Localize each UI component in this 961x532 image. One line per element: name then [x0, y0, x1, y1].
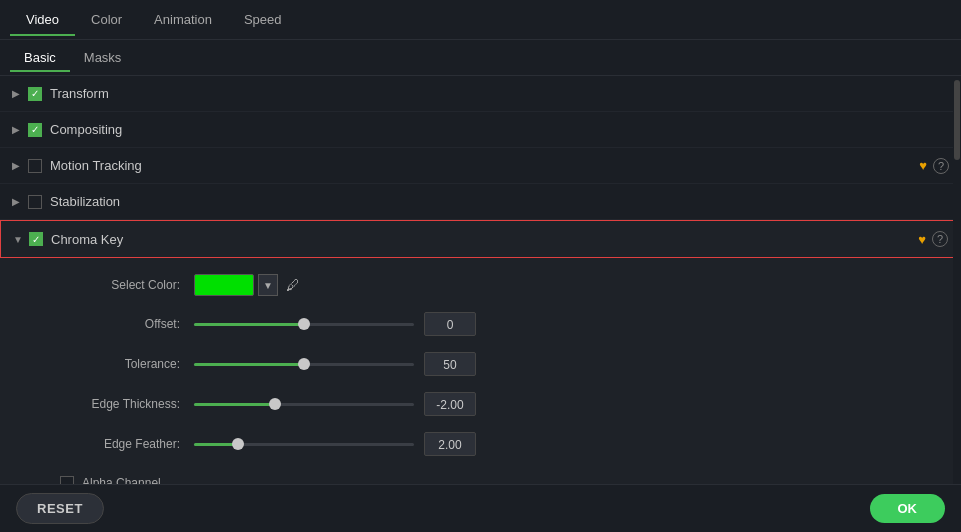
- reset-button[interactable]: RESET: [16, 493, 104, 524]
- edge-feather-value[interactable]: 2.00: [424, 432, 476, 456]
- tolerance-row: Tolerance: 50: [60, 352, 931, 376]
- stabilization-label: Stabilization: [50, 194, 949, 209]
- compositing-label: Compositing: [50, 122, 949, 137]
- bottom-bar: RESET OK: [0, 484, 961, 532]
- stabilization-arrow-icon: [12, 196, 28, 207]
- motion-tracking-arrow-icon: [12, 160, 28, 171]
- sub-tab-bar: Basic Masks: [0, 40, 961, 76]
- motion-tracking-heart-icon: ♥: [919, 158, 927, 173]
- compositing-arrow-icon: [12, 124, 28, 135]
- chroma-key-label: Chroma Key: [51, 232, 912, 247]
- edge-thickness-slider[interactable]: [194, 403, 414, 406]
- section-transform[interactable]: Transform: [0, 76, 961, 112]
- section-motion-tracking[interactable]: Motion Tracking ♥ ?: [0, 148, 961, 184]
- scrollbar[interactable]: [953, 76, 961, 484]
- select-color-row: Select Color: ▼ 🖊: [60, 274, 931, 296]
- tab-animation[interactable]: Animation: [138, 4, 228, 35]
- tolerance-slider[interactable]: [194, 363, 414, 366]
- chroma-key-arrow-icon: [13, 234, 29, 245]
- scrollbar-thumb[interactable]: [954, 80, 960, 160]
- offset-value[interactable]: 0: [424, 312, 476, 336]
- tolerance-label: Tolerance:: [60, 357, 180, 371]
- transform-label: Transform: [50, 86, 949, 101]
- tab-color[interactable]: Color: [75, 4, 138, 35]
- motion-tracking-label: Motion Tracking: [50, 158, 913, 173]
- edge-thickness-row: Edge Thickness: -2.00: [60, 392, 931, 416]
- offset-slider[interactable]: [194, 323, 414, 326]
- chroma-key-question-icon[interactable]: ?: [932, 231, 948, 247]
- alpha-channel-label: Alpha Channel: [82, 476, 161, 484]
- section-compositing[interactable]: Compositing: [0, 112, 961, 148]
- color-swatch[interactable]: [194, 274, 254, 296]
- chroma-key-checkbox[interactable]: [29, 232, 43, 246]
- chroma-key-panel: Select Color: ▼ 🖊 Offset: 0 Tolerance: 5…: [0, 258, 961, 484]
- motion-tracking-question-icon[interactable]: ?: [933, 158, 949, 174]
- compositing-checkbox[interactable]: [28, 123, 42, 137]
- tab-speed[interactable]: Speed: [228, 4, 298, 35]
- motion-tracking-checkbox[interactable]: [28, 159, 42, 173]
- ok-button[interactable]: OK: [870, 494, 946, 523]
- edge-feather-slider[interactable]: [194, 443, 414, 446]
- offset-label: Offset:: [60, 317, 180, 331]
- edge-thickness-value[interactable]: -2.00: [424, 392, 476, 416]
- section-chroma-key-header[interactable]: Chroma Key ♥ ?: [0, 220, 961, 258]
- stabilization-checkbox[interactable]: [28, 195, 42, 209]
- sub-tab-masks[interactable]: Masks: [70, 44, 136, 71]
- transform-arrow-icon: [12, 88, 28, 99]
- select-color-label: Select Color:: [60, 278, 180, 292]
- color-swatch-container: ▼: [194, 274, 278, 296]
- color-dropdown-arrow[interactable]: ▼: [258, 274, 278, 296]
- edge-thickness-label: Edge Thickness:: [60, 397, 180, 411]
- alpha-channel-row: Alpha Channel: [60, 472, 931, 484]
- chroma-key-heart-icon: ♥: [918, 232, 926, 247]
- transform-checkbox[interactable]: [28, 87, 42, 101]
- main-tab-bar: Video Color Animation Speed: [0, 0, 961, 40]
- edge-feather-row: Edge Feather: 2.00: [60, 432, 931, 456]
- sub-tab-basic[interactable]: Basic: [10, 44, 70, 71]
- edge-feather-label: Edge Feather:: [60, 437, 180, 451]
- eyedropper-icon[interactable]: 🖊: [286, 277, 300, 293]
- alpha-channel-checkbox[interactable]: [60, 476, 74, 484]
- offset-row: Offset: 0: [60, 312, 931, 336]
- section-stabilization[interactable]: Stabilization: [0, 184, 961, 220]
- main-content: Transform Compositing Motion Tracking ♥ …: [0, 76, 961, 484]
- tab-video[interactable]: Video: [10, 4, 75, 35]
- tolerance-value[interactable]: 50: [424, 352, 476, 376]
